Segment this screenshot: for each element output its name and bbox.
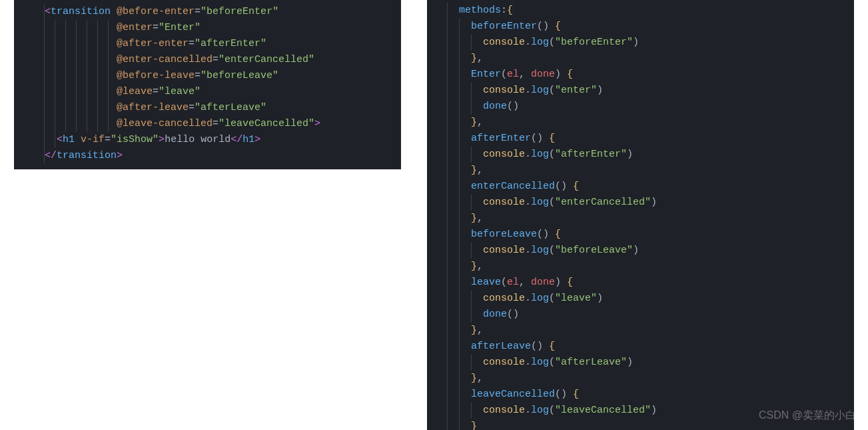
code-token: )	[597, 293, 603, 304]
code-token: console	[483, 197, 525, 208]
indent-guide	[447, 371, 448, 387]
indent-guide	[44, 68, 45, 84]
code-token: (	[549, 37, 555, 48]
code-token: "afterEnter"	[555, 149, 627, 160]
indent-guide	[55, 100, 55, 116]
indent-guide	[447, 131, 448, 147]
code-token: .	[525, 197, 531, 208]
code-token: @after-leave	[117, 102, 189, 113]
code-token: >	[117, 150, 123, 161]
indent-guide	[76, 36, 77, 52]
code-line: console.log("beforeLeave")	[427, 243, 854, 259]
code-token: console	[483, 85, 525, 96]
code-token: {	[573, 389, 579, 400]
code-line: <transition @before-enter="beforeEnter"	[14, 4, 401, 20]
code-token: el	[507, 69, 519, 80]
indent-guide	[447, 3, 448, 19]
code-pane-left: <transition @before-enter="beforeEnter" …	[14, 0, 401, 169]
indent-guide	[55, 132, 55, 148]
code-token: (	[501, 277, 507, 288]
code-token: =	[195, 70, 201, 81]
indent-guide	[447, 163, 448, 179]
code-token: hello world	[165, 134, 230, 145]
code-token: <	[45, 6, 51, 17]
indent-guide	[447, 307, 448, 323]
code-token: )	[651, 197, 657, 208]
indent-guide	[108, 116, 109, 132]
code-token: :	[501, 5, 507, 16]
indent-guide	[97, 100, 98, 116]
code-token: "beforeEnter"	[201, 6, 278, 17]
indent-guide	[97, 36, 98, 52]
code-token: ,	[477, 373, 483, 384]
indent-guide	[76, 116, 77, 132]
code-token: }	[471, 373, 477, 384]
code-line: Enter(el, done) {	[427, 67, 854, 83]
code-token: console	[483, 293, 525, 304]
code-line: @before-leave="beforeLeave"	[14, 68, 401, 84]
indent-guide	[87, 36, 87, 52]
indent-guide	[44, 100, 45, 116]
indent-guide	[459, 179, 460, 195]
code-token: methods	[459, 5, 501, 16]
code-token: ()	[555, 389, 573, 400]
code-token: ()	[531, 341, 549, 352]
code-token: done	[531, 69, 555, 80]
code-line: },	[427, 211, 854, 227]
indent-guide	[76, 68, 77, 84]
indent-guide	[459, 131, 460, 147]
code-token: "leave"	[555, 293, 597, 304]
indent-guide	[65, 116, 66, 132]
indent-guide	[55, 36, 55, 52]
indent-guide	[108, 36, 109, 52]
indent-guide	[87, 20, 87, 36]
indent-guide	[97, 20, 98, 36]
code-token: }	[471, 325, 477, 336]
code-token: )	[555, 69, 567, 80]
indent-guide	[97, 116, 98, 132]
code-token: @leave	[117, 86, 153, 97]
code-token: "afterEnter"	[195, 38, 266, 49]
indent-guide	[108, 68, 109, 84]
indent-guide	[76, 84, 77, 100]
code-token: .	[525, 149, 531, 160]
indent-guide	[459, 51, 460, 67]
code-token: ,	[477, 261, 483, 272]
indent-guide	[65, 20, 66, 36]
indent-guide	[44, 36, 45, 52]
code-token: transition	[57, 150, 117, 161]
code-token: enterCancelled	[471, 181, 555, 192]
code-token: )	[633, 37, 639, 48]
indent-guide	[44, 132, 45, 148]
code-token: log	[531, 85, 549, 96]
code-token: beforeLeave	[471, 229, 537, 240]
indent-guide	[44, 52, 45, 68]
indent-guide	[459, 115, 460, 131]
indent-guide	[447, 275, 448, 291]
indent-guide	[108, 84, 109, 100]
code-token: {	[555, 229, 561, 240]
code-token: {	[555, 21, 561, 32]
code-token: </	[45, 150, 57, 161]
code-token: .	[525, 37, 531, 48]
code-token: "beforeEnter"	[555, 37, 633, 48]
indent-guide	[87, 68, 87, 84]
indent-guide	[471, 147, 472, 163]
code-token: console	[483, 149, 525, 160]
code-token: }	[471, 421, 477, 430]
indent-guide	[459, 387, 460, 403]
code-token: (	[549, 357, 555, 368]
code-token: log	[531, 405, 549, 416]
code-token: {	[507, 5, 513, 16]
indent-guide	[471, 195, 472, 211]
indent-guide	[471, 291, 472, 307]
indent-guide	[44, 84, 45, 100]
indent-guide	[447, 355, 448, 371]
indent-guide	[447, 195, 448, 211]
code-token: {	[549, 341, 555, 352]
indent-guide	[459, 227, 460, 243]
code-token: "afterLeave"	[555, 357, 627, 368]
indent-guide	[459, 403, 460, 419]
code-token: (	[549, 245, 555, 256]
indent-guide	[447, 291, 448, 307]
